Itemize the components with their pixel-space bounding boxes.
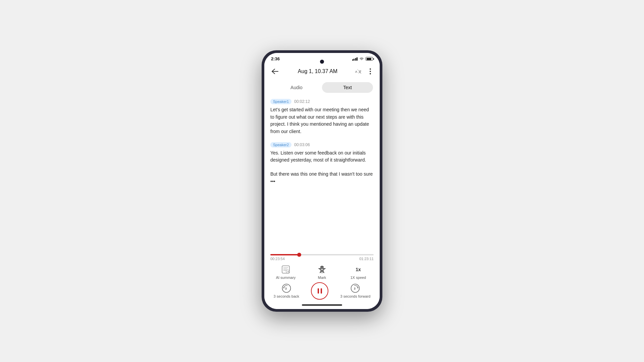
svg-marker-14 — [283, 287, 284, 289]
time-labels: 00:23:54 01:23:11 — [270, 257, 374, 261]
transcript-block-1: Speaker1 00:02:12 Let's get started with… — [270, 99, 374, 135]
translate-button[interactable]: A 文 — [354, 68, 364, 75]
forward-icon: 3 — [351, 284, 360, 293]
status-icons — [352, 57, 373, 61]
camera-notch — [320, 60, 324, 64]
svg-text:A: A — [355, 70, 357, 73]
ai-summary-label: AI summary — [276, 276, 296, 280]
speaker2-text: Yes. Listen over some feedback on our in… — [270, 149, 374, 164]
progress-fill — [270, 254, 299, 255]
tab-audio[interactable]: Audio — [271, 82, 322, 93]
speaker1-timestamp: 00:02:12 — [294, 99, 310, 104]
continuation-text: But there was this one thing that I wasn… — [270, 171, 374, 185]
speaker1-line: Speaker1 00:02:12 — [270, 99, 374, 104]
ai-summary-button[interactable]: ✦ AI summary — [274, 265, 298, 280]
transcript-block-2: Speaker2 00:03:06 Yes. Listen over some … — [270, 142, 374, 164]
controls-top: ✦ AI summary Mark 1x — [264, 262, 380, 281]
tab-text[interactable]: Text — [322, 82, 373, 93]
rewind-button[interactable]: 3 3 seconds back — [274, 284, 299, 298]
current-time: 00:23:54 — [270, 257, 285, 261]
speaker2-badge[interactable]: Speaker2 — [270, 142, 291, 147]
recording-title: Aug 1, 10.37 AM — [298, 68, 337, 74]
speaker1-badge[interactable]: Speaker1 — [270, 99, 291, 104]
speaker2-timestamp: 00:03:06 — [294, 142, 310, 147]
home-indicator — [264, 302, 380, 309]
phone-screen: 2:36 — [264, 53, 380, 309]
speed-button[interactable]: 1x 1X speed — [346, 265, 370, 280]
phone-frame: 2:36 — [262, 50, 382, 312]
svg-text:3: 3 — [354, 287, 356, 290]
home-bar — [302, 304, 342, 306]
progress-bar[interactable] — [270, 254, 374, 255]
transcript-content: Speaker1 00:02:12 Let's get started with… — [264, 95, 380, 251]
speed-label: 1X speed — [351, 276, 366, 280]
total-time: 01:23:11 — [359, 257, 374, 261]
playback-section: 00:23:54 01:23:11 — [264, 251, 380, 262]
controls-bottom: 3 3 seconds back — [264, 281, 380, 302]
pause-icon — [318, 288, 322, 294]
svg-marker-17 — [358, 287, 359, 289]
mark-icon — [317, 265, 327, 274]
forward-button[interactable]: 3 3 seconds forward — [340, 284, 370, 298]
back-button[interactable] — [269, 65, 281, 77]
app-header: Aug 1, 10.37 AM A 文 — [264, 63, 380, 80]
continuation-block: But there was this one thing that I wasn… — [270, 171, 374, 185]
rewind-label: 3 seconds back — [274, 294, 299, 298]
ai-summary-icon: ✦ — [281, 265, 290, 274]
speed-icon: 1x — [354, 265, 363, 274]
header-actions: A 文 — [354, 68, 375, 75]
speaker1-text: Let's get started with our meeting then … — [270, 106, 374, 135]
progress-thumb — [297, 253, 301, 257]
svg-text:3: 3 — [285, 287, 287, 290]
mark-button[interactable]: Mark — [310, 265, 334, 280]
svg-text:✦: ✦ — [287, 270, 289, 273]
wifi-icon — [359, 57, 364, 61]
more-options-button[interactable] — [366, 68, 375, 75]
status-time: 2:36 — [271, 56, 280, 61]
battery-icon — [366, 57, 373, 61]
rewind-icon: 3 — [282, 284, 291, 293]
speaker2-line: Speaker2 00:03:06 — [270, 142, 374, 147]
play-pause-button[interactable] — [311, 282, 328, 300]
signal-icon — [352, 57, 358, 61]
tab-bar: Audio Text — [264, 80, 380, 95]
mark-label: Mark — [318, 276, 326, 280]
forward-label: 3 seconds forward — [340, 294, 370, 298]
